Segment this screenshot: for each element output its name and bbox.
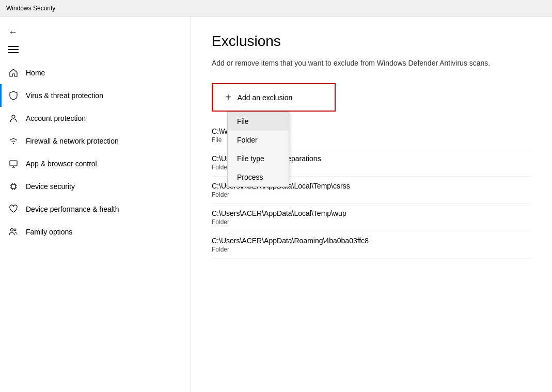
sidebar-item-label: App & browser control [26,160,97,168]
exclusion-type: Folder [212,218,531,226]
main-layout: ← Home Virus & threat prote [0,17,552,392]
add-exclusion-button[interactable]: + Add an exclusion [212,83,336,112]
sidebar-item-label: Home [26,69,45,77]
svg-point-4 [14,229,16,231]
back-button[interactable]: ← [0,23,191,42]
wifi-icon [8,136,19,146]
back-icon: ← [8,27,18,38]
title-bar: Windows Security [0,0,552,17]
sidebar-item-home[interactable]: Home [0,61,191,84]
dropdown-item-filetype[interactable]: File type [228,149,289,168]
dropdown-item-file[interactable]: File [228,112,289,131]
exclusion-item-3: C:\Users\ACER\AppData\Local\Temp\wup Fol… [212,204,531,231]
exclusion-item-4: C:\Users\ACER\AppData\Roaming\4ba0ba03ff… [212,231,531,259]
svg-point-0 [12,115,15,118]
sidebar-top: ← [0,17,191,61]
sidebar-item-label: Virus & threat protection [26,91,103,100]
sidebar-item-label: Device security [26,182,75,191]
monitor-icon [8,159,19,169]
dropdown-item-folder[interactable]: Folder [228,131,289,149]
people-icon [8,227,19,237]
hamburger-button[interactable] [0,42,191,57]
svg-rect-2 [11,184,15,189]
svg-rect-1 [10,161,17,166]
person-icon [8,113,19,123]
home-icon [8,68,19,78]
sidebar: ← Home Virus & threat prote [0,17,191,392]
dropdown-item-process[interactable]: Process [228,168,289,186]
sidebar-item-devicesecurity[interactable]: Device security [0,175,191,198]
sidebar-item-account[interactable]: Account protection [0,107,191,130]
content-area: Exclusions Add or remove items that you … [191,17,552,392]
svg-point-3 [11,229,13,231]
sidebar-item-label: Device performance & health [26,205,119,213]
shield-icon [8,90,19,101]
chip-icon [8,181,19,192]
plus-icon: + [225,91,231,103]
sidebar-item-label: Firewall & network protection [26,137,119,145]
sidebar-item-label: Account protection [26,114,86,122]
sidebar-item-firewall[interactable]: Firewall & network protection [0,130,191,152]
exclusion-path: C:\Users\ACER\AppData\Local\Temp\wup [212,209,531,217]
title-bar-label: Windows Security [6,5,55,12]
sidebar-item-deviceperformance[interactable]: Device performance & health [0,198,191,221]
page-description: Add or remove items that you want to exc… [212,58,522,69]
exclusion-type: Folder [212,191,531,198]
sidebar-item-family[interactable]: Family options [0,221,191,243]
page-title: Exclusions [212,33,531,50]
exclusion-dropdown: File Folder File type Process [227,112,289,187]
add-exclusion-container: + Add an exclusion File Folder File type… [212,83,336,112]
sidebar-item-label: Family options [26,228,72,236]
heart-icon [8,204,19,214]
add-exclusion-label: Add an exclusion [238,93,293,102]
sidebar-item-virus[interactable]: Virus & threat protection [0,84,191,107]
exclusion-path: C:\Users\ACER\AppData\Roaming\4ba0ba03ff… [212,237,531,245]
exclusion-type: Folder [212,246,531,253]
sidebar-item-appbrowser[interactable]: App & browser control [0,152,191,175]
